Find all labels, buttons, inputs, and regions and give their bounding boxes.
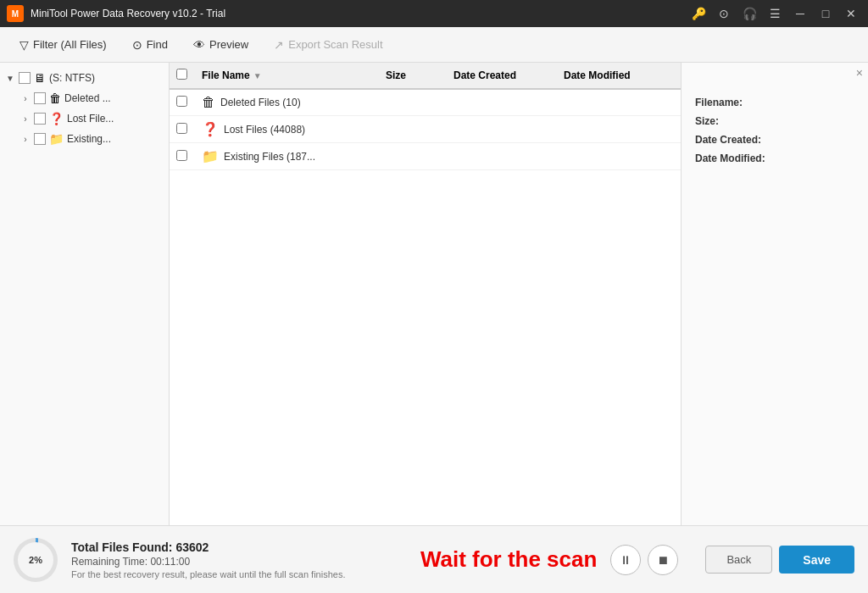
bottom-bar: 2% Total Files Found: 63602 Remaining Ti… <box>0 525 868 593</box>
row-check-deleted[interactable] <box>176 96 202 109</box>
preview-close-button[interactable]: × <box>856 66 863 80</box>
progress-circle: 2% <box>14 538 58 582</box>
root-chevron[interactable]: ▼ <box>5 74 15 83</box>
deleted-label: Deleted ... <box>64 92 111 104</box>
headset-icon[interactable]: 🎧 <box>739 3 760 24</box>
preview-button[interactable]: 👁 Preview <box>182 33 259 57</box>
row-name-lost: ❓ Lost Files (44088) <box>202 121 386 137</box>
tree-item-existing[interactable]: › 📁 Existing... <box>0 129 169 149</box>
select-all-checkbox[interactable] <box>176 69 187 80</box>
nav-buttons: Back Save <box>705 546 854 574</box>
menu-icon[interactable]: ☰ <box>765 3 785 24</box>
scan-controls: ⏸ ⏹ <box>610 545 678 575</box>
remaining-value: 00:11:00 <box>150 556 190 568</box>
col-date-modified-header[interactable]: Date Modified <box>564 69 674 81</box>
total-files-display: Total Files Found: 63602 <box>71 540 407 554</box>
row-check-lost[interactable] <box>176 123 202 136</box>
deleted-checkbox[interactable] <box>34 92 46 104</box>
export-button[interactable]: ↗ Export Scan Result <box>263 33 393 57</box>
pause-button[interactable]: ⏸ <box>610 545 641 575</box>
title-bar: M MiniTool Power Data Recovery v10.2 - T… <box>0 0 868 27</box>
preview-filename: Filename: <box>695 97 854 108</box>
filter-button[interactable]: ▽ Filter (All Files) <box>8 33 118 57</box>
col-name-header[interactable]: File Name ▼ <box>202 69 386 81</box>
scan-info: Total Files Found: 63602 Remaining Time:… <box>71 540 407 579</box>
maximize-icon[interactable]: □ <box>815 3 836 24</box>
name-sort-icon: ▼ <box>253 71 262 80</box>
row-name-deleted: 🗑 Deleted Files (10) <box>202 95 386 110</box>
right-area: File Name ▼ Size Date Created Date Modif… <box>170 63 868 525</box>
minimize-icon[interactable]: ─ <box>790 3 810 24</box>
row-name-existing: 📁 Existing Files (187... <box>202 148 386 164</box>
preview-size: Size: <box>695 115 854 127</box>
filter-icon: ▽ <box>19 38 29 52</box>
tree-item-lost[interactable]: › ❓ Lost File... <box>0 108 169 129</box>
col-size-header[interactable]: Size <box>386 69 453 81</box>
header-check <box>176 69 202 82</box>
row-check-existing[interactable] <box>176 150 202 163</box>
save-button[interactable]: Save <box>779 546 854 574</box>
deleted-chevron[interactable]: › <box>20 94 31 103</box>
export-icon: ↗ <box>274 38 284 52</box>
lost-folder-icon: ❓ <box>49 112 64 125</box>
tree-item-deleted[interactable]: › 🗑 Deleted ... <box>0 88 169 108</box>
close-icon[interactable]: ✕ <box>841 3 861 24</box>
root-label: (S: NTFS) <box>49 72 95 84</box>
drive-icon: 🖥 <box>34 71 46 85</box>
preview-date-created: Date Created: <box>695 134 854 146</box>
key-icon[interactable]: 🔑 <box>688 3 709 24</box>
file-row-lost[interactable]: ❓ Lost Files (44088) <box>170 116 681 143</box>
lost-row-icon: ❓ <box>202 121 219 137</box>
register-icon[interactable]: ⊙ <box>714 3 734 24</box>
file-list-panel: File Name ▼ Size Date Created Date Modif… <box>170 63 682 525</box>
file-row-existing[interactable]: 📁 Existing Files (187... <box>170 143 681 170</box>
find-button[interactable]: ⊙ Find <box>121 33 179 57</box>
total-files-value: 63602 <box>175 540 209 554</box>
preview-date-modified: Date Modified: <box>695 152 854 164</box>
toolbar: ▽ Filter (All Files) ⊙ Find 👁 Preview ↗ … <box>0 27 868 63</box>
existing-checkbox[interactable] <box>34 133 46 145</box>
existing-folder-icon: 📁 <box>49 132 64 146</box>
remaining-time-display: Remaining Time: 00:11:00 <box>71 556 407 568</box>
scan-hint: For the best recovery result, please wai… <box>71 569 407 579</box>
back-button[interactable]: Back <box>705 546 772 574</box>
main-area: ▼ 🖥 (S: NTFS) › 🗑 Deleted ... › ❓ Lost F… <box>0 63 868 525</box>
stop-button[interactable]: ⏹ <box>648 545 678 575</box>
tree-root[interactable]: ▼ 🖥 (S: NTFS) <box>0 68 169 88</box>
lost-checkbox[interactable] <box>34 113 46 125</box>
lost-chevron[interactable]: › <box>20 114 31 124</box>
preview-content: Filename: Size: Date Created: Date Modif… <box>682 80 868 188</box>
deleted-row-icon: 🗑 <box>202 95 215 110</box>
app-title: MiniTool Power Data Recovery v10.2 - Tri… <box>31 8 688 19</box>
title-bar-controls: 🔑 ⊙ 🎧 ☰ ─ □ ✕ <box>688 3 861 24</box>
wait-for-scan-text: Wait for the scan <box>420 546 598 573</box>
left-panel: ▼ 🖥 (S: NTFS) › 🗑 Deleted ... › ❓ Lost F… <box>0 63 170 525</box>
lost-label: Lost File... <box>67 113 114 125</box>
find-icon: ⊙ <box>132 38 142 52</box>
existing-row-icon: 📁 <box>202 148 219 164</box>
file-list-body: 🗑 Deleted Files (10) ❓ Lost Files (44088… <box>170 90 681 525</box>
deleted-folder-icon: 🗑 <box>49 91 61 105</box>
root-checkbox[interactable] <box>19 72 31 84</box>
existing-label: Existing... <box>67 133 111 145</box>
file-row-deleted[interactable]: 🗑 Deleted Files (10) <box>170 90 681 116</box>
app-logo: M <box>7 5 24 22</box>
preview-panel: × Filename: Size: Date Created: Date Mod… <box>682 63 868 525</box>
preview-icon: 👁 <box>193 38 205 52</box>
col-date-created-header[interactable]: Date Created <box>453 69 564 81</box>
file-list-header: File Name ▼ Size Date Created Date Modif… <box>170 63 681 90</box>
existing-chevron[interactable]: › <box>20 135 31 144</box>
